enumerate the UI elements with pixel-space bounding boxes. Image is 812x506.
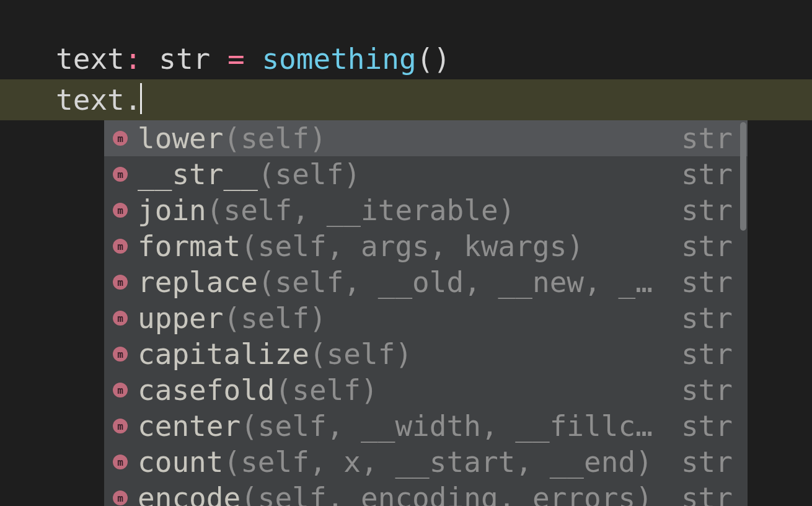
code-line-2-current[interactable]: text. <box>0 79 812 120</box>
method-icon: m <box>113 239 128 254</box>
token-dot: . <box>125 79 142 120</box>
autocomplete-signature: replace(self, __old, __new, __c… <box>138 265 663 299</box>
autocomplete-signature: __str__(self) <box>138 158 663 191</box>
autocomplete-item[interactable]: mcasefold(self)str <box>104 372 748 408</box>
autocomplete-method-name: casefold <box>138 373 275 407</box>
autocomplete-method-name: count <box>138 445 223 479</box>
autocomplete-return-type: str <box>681 301 733 335</box>
autocomplete-item[interactable]: mcenter(self, __width, __fillcha…str <box>104 408 748 444</box>
code-editor[interactable]: text: str = something() text. mlower(sel… <box>0 0 812 506</box>
method-icon: m <box>113 203 128 218</box>
autocomplete-signature: lower(self) <box>138 122 663 155</box>
autocomplete-method-name: replace <box>138 265 258 299</box>
method-icon: m <box>113 167 128 182</box>
code-line-1[interactable]: text: str = something() <box>0 38 812 79</box>
text-caret <box>140 83 142 114</box>
autocomplete-signature: casefold(self) <box>138 373 663 407</box>
autocomplete-item[interactable]: mencode(self, encoding, errors)str <box>104 480 748 506</box>
method-icon: m <box>113 311 128 326</box>
method-icon: m <box>113 383 128 397</box>
autocomplete-return-type: str <box>681 229 733 263</box>
autocomplete-signature: upper(self) <box>138 301 663 335</box>
autocomplete-signature: format(self, args, kwargs) <box>138 229 663 263</box>
autocomplete-item[interactable]: mupper(self)str <box>104 300 748 336</box>
method-icon: m <box>113 490 128 505</box>
token-colon: : <box>125 38 142 79</box>
method-icon: m <box>113 347 128 362</box>
token-parens: () <box>417 38 451 79</box>
autocomplete-item[interactable]: mreplace(self, __old, __new, __c…str <box>104 264 748 300</box>
autocomplete-method-name: format <box>138 229 241 263</box>
autocomplete-signature: capitalize(self) <box>138 337 663 371</box>
autocomplete-item[interactable]: mcapitalize(self)str <box>104 336 748 372</box>
token-identifier: text <box>56 38 125 79</box>
autocomplete-method-name: __str__ <box>138 158 258 191</box>
method-icon: m <box>113 275 128 290</box>
autocomplete-method-name: capitalize <box>138 337 309 371</box>
autocomplete-item[interactable]: mjoin(self, __iterable)str <box>104 192 748 228</box>
autocomplete-return-type: str <box>681 193 733 227</box>
method-icon: m <box>113 131 128 146</box>
code-area[interactable]: text: str = something() text. <box>0 0 812 120</box>
popup-scrollbar[interactable] <box>739 120 748 506</box>
autocomplete-method-name: join <box>138 193 206 227</box>
autocomplete-item[interactable]: mlower(self)str <box>104 120 748 156</box>
autocomplete-return-type: str <box>681 265 733 299</box>
autocomplete-return-type: str <box>681 373 733 407</box>
autocomplete-item[interactable]: mcount(self, x, __start, __end)str <box>104 444 748 480</box>
token-space <box>245 38 262 79</box>
token-operator: = <box>227 38 245 79</box>
autocomplete-signature: join(self, __iterable) <box>138 193 663 227</box>
token-space <box>141 38 159 79</box>
autocomplete-signature: count(self, x, __start, __end) <box>138 445 663 479</box>
token-identifier: text <box>56 79 125 120</box>
autocomplete-return-type: str <box>681 409 733 443</box>
autocomplete-popup[interactable]: mlower(self)strm__str__(self)strmjoin(se… <box>104 120 748 506</box>
autocomplete-method-name: encode <box>138 481 241 506</box>
autocomplete-item[interactable]: mformat(self, args, kwargs)str <box>104 228 748 264</box>
autocomplete-signature: encode(self, encoding, errors) <box>138 481 663 506</box>
autocomplete-return-type: str <box>681 445 733 479</box>
autocomplete-return-type: str <box>681 158 733 191</box>
method-icon: m <box>113 419 128 433</box>
popup-scrollbar-thumb[interactable] <box>740 122 746 231</box>
autocomplete-return-type: str <box>681 122 733 155</box>
token-function-call: something <box>262 38 416 79</box>
token-space <box>210 38 227 79</box>
autocomplete-method-name: lower <box>138 122 223 155</box>
method-icon: m <box>113 455 128 469</box>
autocomplete-return-type: str <box>681 337 733 371</box>
token-type: str <box>159 38 210 79</box>
autocomplete-item[interactable]: m__str__(self)str <box>104 156 748 192</box>
autocomplete-return-type: str <box>681 481 733 506</box>
autocomplete-signature: center(self, __width, __fillcha… <box>138 409 663 443</box>
autocomplete-method-name: upper <box>138 301 223 335</box>
autocomplete-method-name: center <box>138 409 241 443</box>
